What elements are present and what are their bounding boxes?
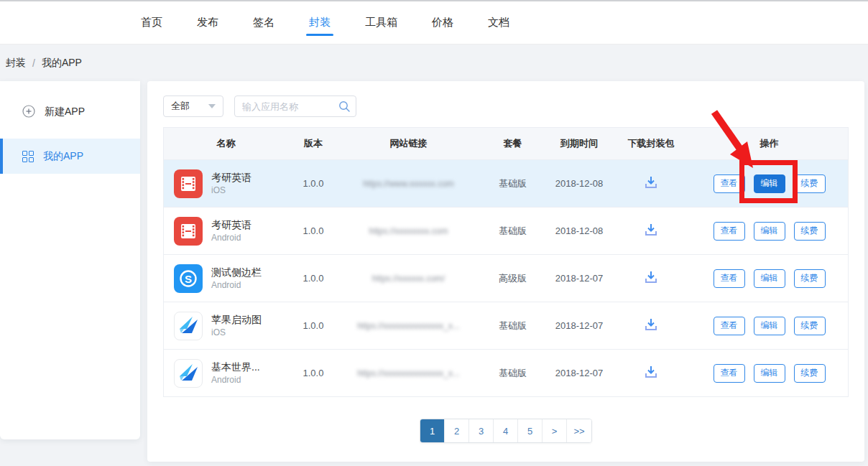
page-button-4[interactable]: 4 [494, 419, 518, 442]
renew-button[interactable]: 续费 [794, 364, 826, 383]
edit-button[interactable]: 编辑 [754, 317, 785, 335]
app-title: 基本世界... [211, 361, 260, 374]
page-button-3[interactable]: 3 [469, 419, 494, 442]
search-icon[interactable] [338, 101, 351, 116]
table-header-cell: 套餐 [479, 137, 547, 150]
app-title: 苹果启动图 [211, 314, 262, 327]
app-name-cell: 苹果启动图iOS [164, 312, 288, 340]
nav-item-price[interactable]: 价格 [432, 1, 453, 44]
version-cell: 1.0.0 [288, 368, 338, 378]
download-tray-icon[interactable] [642, 363, 660, 381]
view-button[interactable]: 查看 [714, 222, 745, 241]
app-name-cell: 基本世界...Android [164, 359, 288, 388]
app-name-text: 考研英语iOS [211, 172, 251, 196]
table-row: 苹果启动图iOS1.0.0https://xxxxxxxxxxxxxx_x...… [164, 302, 848, 349]
breadcrumb-separator: / [32, 57, 35, 69]
download-cell [611, 221, 691, 241]
actions-cell: 查看编辑续费 [691, 174, 848, 193]
edit-button[interactable]: 编辑 [754, 269, 785, 288]
package-cell: 基础版 [479, 225, 547, 238]
version-cell: 1.0.0 [288, 225, 338, 236]
main-content: 全部 名称版本网站链接套餐到期时间下载封装包操作 考研英语iOS1.0.0htt… [147, 81, 864, 462]
view-button[interactable]: 查看 [714, 174, 745, 193]
app-title: 测试侧边栏 [211, 266, 262, 279]
edit-button[interactable]: 编辑 [754, 174, 785, 193]
download-cell [611, 316, 691, 335]
expiry-cell: 2018-12-08 [547, 178, 611, 189]
website-link-blurred: https://xxxxxxxxxxxxxx_x... [338, 368, 479, 378]
version-cell: 1.0.0 [288, 273, 338, 284]
download-tray-icon[interactable] [642, 174, 660, 191]
edit-button[interactable]: 编辑 [754, 364, 785, 383]
app-name-cell: 考研英语Android [164, 217, 288, 246]
table-body: 考研英语iOS1.0.0https://www.xxxxxx.com基础版201… [164, 159, 848, 396]
package-cell: 基础版 [479, 320, 547, 332]
actions-cell: 查看编辑续费 [691, 269, 848, 288]
nav-item-package[interactable]: 封装 [309, 1, 331, 44]
next-page-button[interactable]: > [542, 419, 567, 442]
nav-item-docs[interactable]: 文档 [488, 1, 509, 44]
filter-dropdown-value: 全部 [171, 100, 190, 113]
app-platform: Android [211, 280, 262, 290]
film-icon [174, 169, 203, 198]
s-logo-icon: S [174, 264, 203, 293]
website-link-blurred: https://xxxxxx.com/ [338, 274, 479, 284]
breadcrumb-root[interactable]: 封装 [6, 57, 26, 70]
table-header-cell: 名称 [164, 137, 288, 150]
download-tray-icon[interactable] [642, 316, 660, 333]
sidebar-item-label: 新建APP [45, 106, 85, 118]
nav-item-sign[interactable]: 签名 [253, 1, 274, 44]
table-header-row: 名称版本网站链接套餐到期时间下载封装包操作 [164, 128, 848, 159]
renew-button[interactable]: 续费 [794, 317, 826, 335]
website-link-blurred: https://xxxxxxxx.com [338, 226, 479, 236]
page-button-2[interactable]: 2 [445, 419, 469, 442]
nav-item-publish[interactable]: 发布 [197, 1, 218, 44]
actions-cell: 查看编辑续费 [691, 317, 848, 335]
view-button[interactable]: 查看 [714, 269, 745, 288]
app-table: 名称版本网站链接套餐到期时间下载封装包操作 考研英语iOS1.0.0https:… [163, 127, 849, 397]
app-name-cell: 考研英语iOS [164, 169, 288, 198]
view-button[interactable]: 查看 [714, 317, 745, 335]
table-header-cell: 网站链接 [338, 137, 479, 150]
actions-cell: 查看编辑续费 [691, 222, 848, 241]
table-row: 基本世界...Android1.0.0https://xxxxxxxxxxxxx… [164, 349, 848, 396]
view-button[interactable]: 查看 [714, 364, 745, 383]
version-cell: 1.0.0 [288, 178, 338, 189]
app-name-text: 测试侧边栏Android [211, 266, 262, 291]
last-page-button[interactable]: >> [567, 419, 591, 442]
table-row: S测试侧边栏Android1.0.0https://xxxxxx.com/高级版… [164, 254, 848, 302]
sidebar-item-new-app[interactable]: 新建APP [0, 95, 140, 129]
breadcrumb: 封装 / 我的APP [0, 45, 82, 81]
page-button-5[interactable]: 5 [518, 419, 542, 442]
package-cell: 基础版 [479, 177, 547, 190]
app-platform: iOS [211, 327, 262, 337]
bird-icon [174, 312, 203, 340]
toolbar: 全部 [163, 95, 356, 117]
download-tray-icon[interactable] [642, 221, 660, 238]
app-title: 考研英语 [211, 172, 251, 185]
renew-button[interactable]: 续费 [794, 269, 826, 288]
table-header-cell: 到期时间 [547, 137, 611, 150]
renew-button[interactable]: 续费 [794, 174, 826, 193]
search-box [234, 95, 356, 117]
page-button-1[interactable]: 1 [420, 419, 445, 442]
grid-icon [22, 151, 34, 162]
nav-item-toolbox[interactable]: 工具箱 [365, 1, 397, 44]
table-row: 考研英语iOS1.0.0https://www.xxxxxx.com基础版201… [164, 159, 848, 207]
app-platform: Android [211, 233, 251, 243]
download-cell [611, 269, 691, 288]
sidebar-item-my-app[interactable]: 我的APP [0, 139, 140, 174]
film-icon [174, 217, 203, 246]
table-header-cell: 下载封装包 [611, 137, 691, 150]
package-cell: 高级版 [479, 272, 547, 285]
filter-dropdown[interactable]: 全部 [163, 95, 223, 117]
app-name-text: 考研英语Android [211, 219, 251, 243]
expiry-cell: 2018-12-07 [547, 320, 611, 331]
nav-item-home[interactable]: 首页 [141, 1, 162, 44]
breadcrumb-current: 我的APP [42, 57, 82, 70]
download-tray-icon[interactable] [642, 269, 660, 286]
plus-circle-icon [22, 105, 35, 120]
website-link-blurred: https://www.xxxxxx.com [338, 179, 479, 189]
edit-button[interactable]: 编辑 [754, 222, 785, 241]
renew-button[interactable]: 续费 [794, 222, 826, 241]
